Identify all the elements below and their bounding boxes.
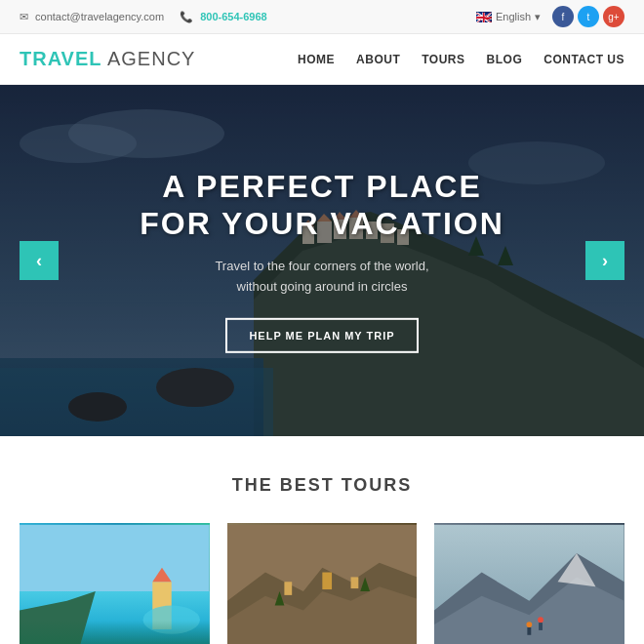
phone-contact[interactable]: 📞 800-654-6968	[180, 11, 267, 23]
header: TRAVEL AGENCY HOME ABOUT TOURS BLOG CONT…	[0, 34, 644, 85]
svg-point-41	[527, 622, 533, 627]
logo[interactable]: TRAVEL AGENCY	[20, 48, 195, 70]
tour-card-3[interactable]: Trekking Mont Blanc ⏱ 7 Days There are m…	[434, 523, 624, 644]
nav-about[interactable]: ABOUT	[356, 53, 400, 66]
plan-trip-button[interactable]: HELP ME PLAN MY TRIP	[225, 318, 418, 353]
arrow-right-icon: ›	[602, 251, 608, 271]
hero-title-line2: FOR YOUR VACATION	[140, 206, 504, 241]
chevron-down-icon: ▾	[535, 11, 541, 23]
hero-next-button[interactable]: ›	[585, 241, 624, 280]
googleplus-icon[interactable]: g+	[603, 6, 624, 27]
nav-contact[interactable]: CONTACT US	[543, 53, 624, 66]
tours-section-title: THE BEST TOURS	[20, 475, 624, 496]
top-bar-right: English ▾ f t g+	[476, 6, 624, 27]
hero-content: A PERFECT PLACE FOR YOUR VACATION Travel…	[0, 168, 644, 353]
phone-icon: 📞	[180, 11, 193, 22]
svg-rect-32	[284, 582, 292, 595]
top-bar: ✉ contact@travelagency.com 📞 800-654-696…	[0, 0, 644, 34]
svg-point-28	[143, 606, 200, 634]
hero-title-line1: A PERFECT PLACE	[162, 169, 482, 204]
svg-rect-42	[528, 627, 532, 635]
tour-card-2[interactable]: Amazon to the Andes ⏱ 9 Days There are m…	[227, 523, 418, 644]
tour-image-1	[20, 523, 210, 644]
hero-subtitle: Travel to the four corners of the world,…	[0, 257, 644, 298]
svg-rect-26	[152, 582, 171, 629]
svg-rect-44	[539, 623, 543, 630]
nav-tours[interactable]: TOURS	[422, 53, 464, 66]
tour-image-2	[227, 523, 418, 644]
hero-title: A PERFECT PLACE FOR YOUR VACATION	[0, 168, 644, 243]
tours-grid: Mexican Holiday Tour ⏱ 7 Days There are …	[20, 523, 624, 644]
svg-rect-23	[20, 525, 210, 644]
nav-home[interactable]: HOME	[298, 53, 335, 66]
logo-travel: TRAVEL	[20, 48, 102, 69]
svg-rect-33	[322, 573, 332, 590]
svg-rect-34	[350, 577, 358, 588]
tour-image-3	[434, 523, 624, 644]
nav-blog[interactable]: BLOG	[487, 53, 523, 66]
facebook-icon[interactable]: f	[552, 6, 574, 27]
main-nav: HOME ABOUT TOURS BLOG CONTACT US	[298, 53, 624, 66]
email-icon: ✉	[20, 11, 28, 22]
twitter-icon[interactable]: t	[578, 6, 599, 27]
flag-icon	[476, 12, 492, 22]
hero-section: ‹ A PERFECT PLACE FOR YOUR VACATION Trav…	[0, 85, 644, 436]
language-selector[interactable]: English ▾	[476, 11, 541, 23]
top-bar-left: ✉ contact@travelagency.com 📞 800-654-696…	[20, 11, 267, 23]
phone-text: 800-654-6968	[200, 11, 267, 22]
email-contact[interactable]: ✉ contact@travelagency.com	[20, 11, 164, 23]
language-label: English	[496, 11, 531, 22]
email-text: contact@travelagency.com	[35, 11, 164, 22]
social-icons: f t g+	[552, 6, 624, 27]
logo-agency: AGENCY	[102, 48, 196, 69]
tours-section: THE BEST TOURS	[0, 436, 644, 644]
tour-card-1[interactable]: Mexican Holiday Tour ⏱ 7 Days There are …	[20, 523, 210, 644]
svg-point-43	[538, 617, 543, 623]
